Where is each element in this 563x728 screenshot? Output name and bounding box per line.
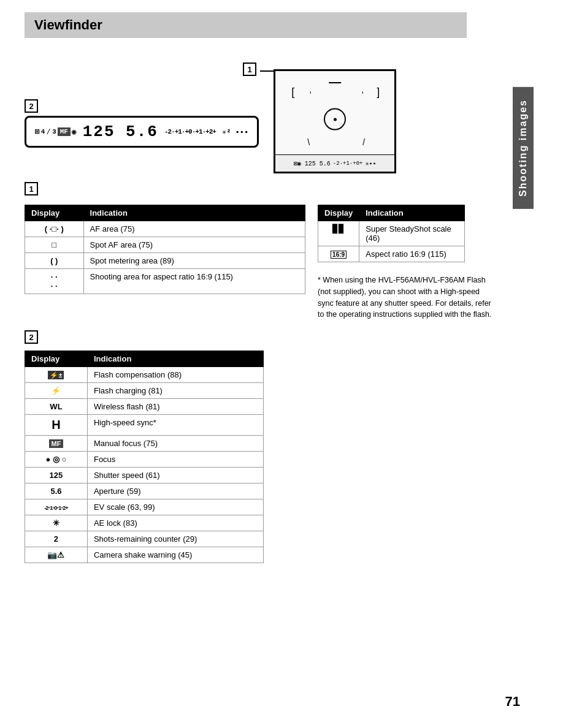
table1-header-display: Display — [25, 205, 84, 221]
table2-row7-display: 125 — [25, 468, 88, 483]
table1b-row2-indication: Aspect ratio 16:9 (115) — [359, 246, 465, 262]
table2-row3-display: WL — [25, 399, 88, 415]
top-tables-row: Display Indication ( ·□· ) AF area (75) … — [25, 205, 496, 320]
vf-dash-2: , — [361, 85, 364, 94]
table2-row4-indication: High-speed sync* — [87, 415, 263, 436]
vf-corner-tr: ] — [377, 86, 380, 99]
table-row: H High-speed sync* — [25, 415, 264, 436]
table1-header-indication: Indication — [83, 205, 305, 221]
lcd-numbers: 125 5.6 — [83, 123, 158, 141]
note-text: When using the HVL-F56AM/HVL-F36AM Flash… — [318, 276, 492, 319]
table1-row4-display: · ·· · — [25, 269, 84, 294]
table1b-header-display: Display — [318, 205, 359, 221]
vf-strip-right: ✳▪▪ — [365, 160, 376, 167]
table2-header-display: Display — [25, 351, 88, 367]
h-icon: H — [52, 418, 60, 431]
lcd-panel: ⊠4⁄3MF◉ 125 5.6 -2·+1·+0·+1·+2+ ✳² ▪▪▪ — [25, 116, 259, 148]
main-content: 2 ⊠4⁄3MF◉ 125 5.6 -2·+1·+0·+1·+2+ ✳² ▪▪▪… — [25, 50, 545, 563]
table2-row3-indication: Wireless flash (81) — [87, 399, 263, 415]
table1b-row1-indication: Super SteadyShot scale (46) — [359, 221, 465, 246]
sidebar-label: Shooting images — [513, 87, 534, 209]
table1b-header-indication: Indication — [359, 205, 465, 221]
table1b-row1-display: ▊▊ — [318, 221, 359, 246]
vf-strip-icons: ⊠◉ 125 5.6 — [294, 160, 331, 167]
left-column: 2 ⊠4⁄3MF◉ 125 5.6 -2·+1·+0·+1·+2+ ✳² ▪▪▪… — [25, 50, 502, 563]
table2-row6-display: ● ◎ ○ — [25, 452, 88, 468]
section-title: Viewfinder — [25, 12, 467, 38]
vf-top-dash: — — [329, 75, 341, 89]
note-box: * When using the HVL-F56AM/HVL-F36AM Fla… — [318, 275, 496, 320]
table-row: ⚡± Flash compensation (88) — [25, 367, 264, 383]
table2-row12-indication: Camera shake warning (45) — [87, 547, 263, 563]
table-row: 📷⚠ Camera shake warning (45) — [25, 547, 264, 563]
box-label-2: 2 — [25, 99, 38, 113]
table2-row10-indication: AE lock (83) — [87, 515, 263, 531]
table1-row2-display: □ — [25, 237, 84, 253]
table-row: ✳ AE lock (83) — [25, 515, 264, 531]
table2-row9-display: -2··1··0··1··2+ — [25, 499, 88, 515]
page: Viewfinder 2 ⊠4⁄3MF◉ 125 5.6 -2·+1·+0·+1… — [0, 0, 563, 728]
table2-row12-display: 📷⚠ — [25, 547, 88, 563]
box-label-1: 1 — [25, 182, 38, 195]
lcd-section: 2 ⊠4⁄3MF◉ 125 5.6 -2·+1·+0·+1·+2+ ✳² ▪▪▪ — [25, 50, 259, 148]
table2-block: Display Indication ⚡± Flash compensation… — [25, 351, 264, 563]
table2-row8-indication: Aperture (59) — [87, 483, 263, 499]
page-number: 71 — [505, 694, 520, 710]
table2-row11-display: 2 — [25, 531, 88, 547]
table2-row1-indication: Flash compensation (88) — [87, 367, 263, 383]
mf-icon: MF — [49, 439, 64, 448]
viewfinder-diagram: — [ ] , , \ / — [274, 69, 396, 173]
table2-row10-display: ✳ — [25, 515, 88, 531]
table-row: ● ◎ ○ Focus — [25, 452, 264, 468]
vf-center-dot — [334, 118, 337, 121]
table1-row3-indication: Spot metering area (89) — [83, 253, 305, 269]
vf-corner-tl: [ — [291, 86, 294, 99]
table2-row11-indication: Shots-remaining counter (29) — [87, 531, 263, 547]
table-row: 2 Shots-remaining counter (29) — [25, 531, 264, 547]
table2-row1-display: ⚡± — [25, 367, 88, 383]
table-row: ( ) Spot metering area (89) — [25, 253, 305, 269]
table-row: -2··1··0··1··2+ EV scale (63, 99) — [25, 499, 264, 515]
table2-row4-display: H — [25, 415, 88, 436]
table2: Display Indication ⚡± Flash compensation… — [25, 351, 264, 563]
table-row: · ·· · Shooting area for aspect ratio 16… — [25, 269, 305, 294]
table2-row5-display: MF — [25, 436, 88, 452]
table2-row7-indication: Shutter speed (61) — [87, 468, 263, 483]
table-row: ⚡ Flash charging (81) — [25, 383, 264, 399]
top-area: 2 ⊠4⁄3MF◉ 125 5.6 -2·+1·+0·+1·+2+ ✳² ▪▪▪… — [25, 50, 496, 173]
table-row: 16:9 Aspect ratio 16:9 (115) — [318, 246, 465, 262]
table2-row9-indication: EV scale (63, 99) — [87, 499, 263, 515]
vf-dash-4: / — [362, 137, 365, 147]
box-label-2b: 2 — [25, 330, 38, 344]
vf-strip-scale: -2·+1·+0+ — [333, 161, 363, 167]
table1-row2-indication: Spot AF area (75) — [83, 237, 305, 253]
lcd-icons-left: ⊠4⁄3MF◉ — [35, 127, 77, 137]
table2-row5-indication: Manual focus (75) — [87, 436, 263, 452]
right-sidebar: Shooting images — [502, 50, 545, 563]
table1b: Display Indication ▊▊ Super SteadyShot s… — [318, 205, 465, 262]
table1-block: Display Indication ( ·□· ) AF area (75) … — [25, 205, 305, 320]
table-row: 125 Shutter speed (61) — [25, 468, 264, 483]
table1-row3-display: ( ) — [25, 253, 84, 269]
viewfinder-section: 1 — [ ] , , \ / — [274, 50, 396, 173]
lcd-icons-right: ✳² ▪▪▪ — [222, 127, 248, 137]
table-row: □ Spot AF area (75) — [25, 237, 305, 253]
table-row: ( ·□· ) AF area (75) — [25, 221, 305, 237]
table2-row2-display: ⚡ — [25, 383, 88, 399]
box-label-1-arrow: 1 — [243, 63, 256, 76]
table1-row4-indication: Shooting area for aspect ratio 16:9 (115… — [83, 269, 305, 294]
table2-row6-indication: Focus — [87, 452, 263, 468]
table-row: 5.6 Aperture (59) — [25, 483, 264, 499]
vf-dash-3: \ — [307, 137, 310, 147]
table1: Display Indication ( ·□· ) AF area (75) … — [25, 205, 305, 294]
table2-header-indication: Indication — [87, 351, 263, 367]
table1-row1-display: ( ·□· ) — [25, 221, 84, 237]
table1b-row2-display: 16:9 — [318, 246, 359, 262]
vf-dash-1: , — [309, 85, 312, 94]
table-row: WL Wireless flash (81) — [25, 399, 264, 415]
flash-comp-icon: ⚡± — [48, 371, 64, 379]
table-row: MF Manual focus (75) — [25, 436, 264, 452]
vf-bottom-strip: ⊠◉ 125 5.6 -2·+1·+0+ ✳▪▪ — [275, 154, 394, 172]
lcd-scale: -2·+1·+0·+1·+2+ — [164, 128, 216, 135]
table-row: ▊▊ Super SteadyShot scale (46) — [318, 221, 465, 246]
